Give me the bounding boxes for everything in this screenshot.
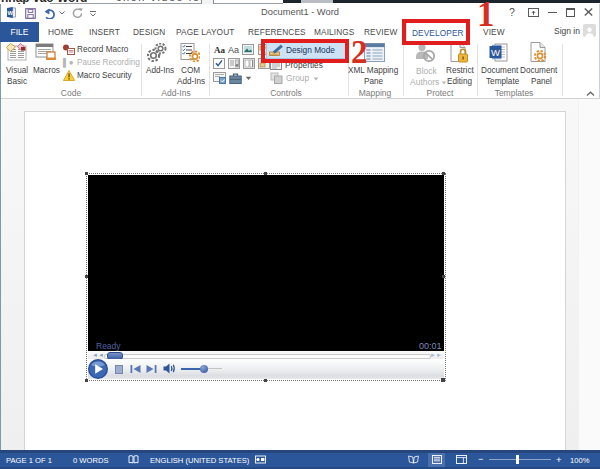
svg-text:W: W <box>491 47 500 58</box>
